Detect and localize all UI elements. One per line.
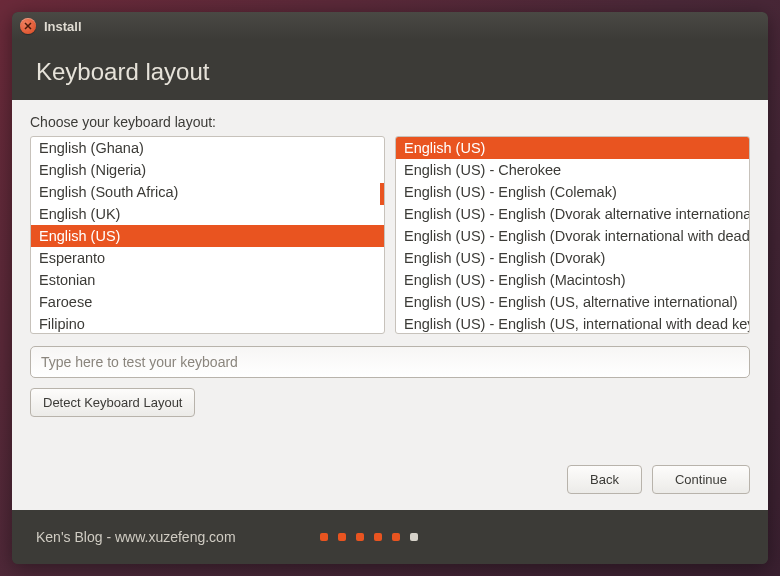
variant-item[interactable]: English (US) - English (Colemak) xyxy=(396,181,749,203)
layout-lists: English (Ghana)English (Nigeria)English … xyxy=(30,136,750,334)
layout-item[interactable]: Esperanto xyxy=(31,247,384,269)
close-icon xyxy=(24,22,32,30)
variant-item[interactable]: English (US) - English (US, internationa… xyxy=(396,313,749,333)
back-button[interactable]: Back xyxy=(567,465,642,494)
window-title: Install xyxy=(44,19,82,34)
header: Keyboard layout xyxy=(12,40,768,100)
layout-item[interactable]: Estonian xyxy=(31,269,384,291)
variant-item[interactable]: English (US) - English (Macintosh) xyxy=(396,269,749,291)
variant-item[interactable]: English (US) - English (Dvorak internati… xyxy=(396,225,749,247)
variant-item[interactable]: English (US) - English (Dvorak alternati… xyxy=(396,203,749,225)
layout-item[interactable]: English (UK) xyxy=(31,203,384,225)
progress-dot xyxy=(374,533,382,541)
layout-item[interactable]: English (Ghana) xyxy=(31,137,384,159)
progress-dot xyxy=(338,533,346,541)
layout-item[interactable]: English (Nigeria) xyxy=(31,159,384,181)
close-button[interactable] xyxy=(20,18,36,34)
progress-dot xyxy=(320,533,328,541)
installer-window: Install Keyboard layout Choose your keyb… xyxy=(12,12,768,564)
variant-item[interactable]: English (US) xyxy=(396,137,749,159)
layout-item[interactable]: English (US) xyxy=(31,225,384,247)
footer: Ken's Blog - www.xuzefeng.com xyxy=(12,510,768,564)
variant-item[interactable]: English (US) - English (Dvorak) xyxy=(396,247,749,269)
progress-dot xyxy=(392,533,400,541)
prompt-label: Choose your keyboard layout: xyxy=(30,114,750,130)
variant-item[interactable]: English (US) - Cherokee xyxy=(396,159,749,181)
scrollbar-thumb[interactable] xyxy=(380,183,384,205)
footer-text: Ken's Blog - www.xuzefeng.com xyxy=(36,529,236,545)
variant-listbox[interactable]: English (US)English (US) - CherokeeEngli… xyxy=(395,136,750,334)
layout-item[interactable]: Faroese xyxy=(31,291,384,313)
page-title: Keyboard layout xyxy=(36,58,744,86)
variant-item[interactable]: English (US) - English (US, alternative … xyxy=(396,291,749,313)
progress-dot-current xyxy=(410,533,418,541)
layout-listbox[interactable]: English (Ghana)English (Nigeria)English … xyxy=(30,136,385,334)
continue-button[interactable]: Continue xyxy=(652,465,750,494)
progress-dot xyxy=(356,533,364,541)
content-panel: Choose your keyboard layout: English (Gh… xyxy=(12,100,768,510)
layout-item[interactable]: Filipino xyxy=(31,313,384,333)
detect-layout-button[interactable]: Detect Keyboard Layout xyxy=(30,388,195,417)
layout-item[interactable]: English (South Africa) xyxy=(31,181,384,203)
nav-buttons: Back Continue xyxy=(30,445,750,494)
titlebar: Install xyxy=(12,12,768,40)
progress-dots xyxy=(320,533,418,541)
keyboard-test-input[interactable] xyxy=(30,346,750,378)
